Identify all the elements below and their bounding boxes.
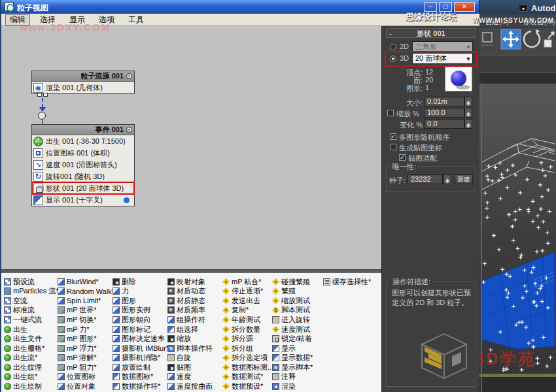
checkbox-1[interactable] [390,144,396,150]
snap-icon[interactable] [483,33,492,42]
depot-item[interactable]: 图形 [113,296,169,306]
depot-item[interactable]: 进入旋转 [272,315,313,325]
depot-item[interactable]: 材质静态 [167,296,213,306]
operator-row[interactable]: 显示 001 (十字叉) [32,194,134,206]
depot-item[interactable]: 缩放 [167,334,213,344]
depot-item[interactable]: 贴图 [167,363,213,372]
scale-field[interactable]: 100.0 [424,108,464,118]
depot-item[interactable]: 数据图标测... [222,363,273,372]
depot-item[interactable]: 标准流 [4,306,59,316]
event-canvas[interactable]: 粒子流源 001 渲染 001 (几何体) 事件 001 出生 001 (-36… [1,26,381,269]
depot-item[interactable]: mP 力* [58,325,114,335]
depot-item[interactable]: mP 浮力* [58,344,114,353]
depot-item[interactable]: 锁定/粘着 [272,334,313,344]
depot-item[interactable]: 映射对象 [167,277,213,287]
depot-item[interactable]: 停止逐渐* [222,287,273,297]
depot-item[interactable]: 组操作符 [167,315,213,325]
depot-item[interactable]: 拆分选定项 [222,353,273,363]
depot-item[interactable]: 复制* [222,306,273,316]
depot-item[interactable]: 渲染 [272,382,313,391]
depot-item[interactable]: 摄影机 IMBlur* [113,344,169,353]
depot-item[interactable]: 数据图标* [113,372,169,382]
operator-row[interactable]: 旋转001 (随机 3D) [32,171,134,182]
depot-item[interactable]: 图形实例 [113,306,169,316]
depot-item[interactable]: 材质频率 [167,306,213,316]
close-button[interactable]: ✕ [454,2,475,12]
seed-spinner[interactable] [443,174,451,184]
source-node-header[interactable]: 粒子流源 001 [32,71,134,82]
scale-spinner[interactable] [464,108,472,118]
display-color-swatch[interactable] [124,197,130,203]
radio-2d[interactable] [390,44,396,50]
scale-checkbox[interactable] [387,110,394,116]
depot-item[interactable]: 数据操作符* [113,382,169,391]
move-tool-icon[interactable] [501,29,521,49]
depot-item[interactable]: 图标决定速率 [113,334,169,344]
operator-row[interactable]: 速度 001 (沿图标箭头) [32,159,134,171]
depot-item[interactable]: 位置图标 [58,372,114,382]
depot-item[interactable]: 年龄测试 [222,315,273,325]
depot-item[interactable]: mP 溶解* [58,353,114,363]
depot-item[interactable]: 删除 [113,277,169,287]
depot-item[interactable]: BlurWind* [58,277,114,287]
event-node[interactable]: 事件 001 出生 001 (-36-30 T:1500)位置图标 001 (体… [31,124,135,206]
depot-item[interactable]: 速度按曲面 [167,382,213,391]
variation-field[interactable]: 0.0 [424,119,464,129]
depot-item[interactable]: 脚本操作符 [167,344,213,353]
depot-item[interactable]: 出生组* [4,372,59,382]
depot-item[interactable]: 出生流* [4,353,59,363]
variation-spinner[interactable] [464,119,472,129]
depot-item[interactable]: 一键式流 [4,315,59,325]
depot-item[interactable]: 脚本测试 [272,306,313,316]
depot-item[interactable]: mP 切换* [58,315,114,325]
depot-item[interactable]: 组选择 [167,325,213,335]
depot-item[interactable]: 拆分数量 [222,325,273,335]
depot-item[interactable]: 注释 [272,372,313,382]
quick-toolbar-dropdown-icon[interactable]: ▼ [519,5,528,12]
depot-item[interactable]: 碰撞繁殖 [272,277,313,287]
operator-row[interactable]: 形状 001 (20 面球体 3D) [32,182,134,194]
depot-item[interactable]: mP 粘合* [222,277,273,287]
scale-tool-icon[interactable] [544,32,554,47]
event-node-header[interactable]: 事件 001 [32,125,134,135]
depot-item[interactable]: 出生文件 [4,334,59,344]
depot-item[interactable]: 拆分组 [222,344,273,353]
node-connector[interactable] [43,93,48,97]
enable-lamp-icon[interactable] [126,73,132,79]
depot-item[interactable]: 摄影机消隐* [113,353,169,363]
depot-item[interactable]: 缩放测试 [272,296,313,306]
depot-item[interactable]: Spin Limit* [58,296,114,306]
depot-item[interactable]: 出生绘制 [4,382,59,391]
depot-item[interactable]: 显示脚本* [272,363,313,372]
depot-item[interactable]: 预设流 [4,277,59,287]
depot-item[interactable]: Random Walk* [58,287,114,297]
rotate-tool-icon[interactable] [524,29,540,47]
depot-item[interactable]: 自旋 [167,353,213,363]
new-seed-button[interactable]: 新建 [455,174,473,184]
depot-item[interactable]: 出生纹理 [4,363,59,372]
depot-item[interactable]: 出生 [4,325,59,335]
maximize-button[interactable]: ▢ [439,2,452,12]
operator-row[interactable]: 位置图标 001 (体积) [32,147,134,159]
depot-item[interactable]: 出生栅格* [4,344,59,353]
depot-item[interactable]: mParticles 流* [4,287,59,297]
depot-item[interactable]: 繁殖 [272,287,313,297]
size-spinner[interactable] [464,97,472,106]
seed-field[interactable]: 23232 [408,174,443,184]
rollout-shape[interactable]: - 形状 001 [386,28,476,38]
enable-lamp-icon[interactable] [126,127,132,133]
operator-row[interactable]: 渲染 001 (几何体) [32,82,134,93]
depot-item[interactable]: 缓存选择性* [323,277,371,287]
menu-item-4[interactable]: 工具 [124,15,148,25]
depot-item[interactable]: 力 [113,287,169,297]
event-input-socket[interactable] [38,112,46,120]
depot-item[interactable]: 数据测试* [222,372,273,382]
depot-item[interactable]: 显示 [272,344,313,353]
depot-item[interactable]: 放置绘制 [113,363,169,372]
depot-item[interactable]: 速度 [167,372,213,382]
depot-item[interactable]: 图形朝向 [113,315,169,325]
particle-source-node[interactable]: 粒子流源 001 渲染 001 (几何体) [31,71,135,94]
node-connector[interactable] [37,93,42,97]
depot-item[interactable]: mP 阻力* [58,363,114,372]
depot-item[interactable]: 显示数据* [272,353,313,363]
